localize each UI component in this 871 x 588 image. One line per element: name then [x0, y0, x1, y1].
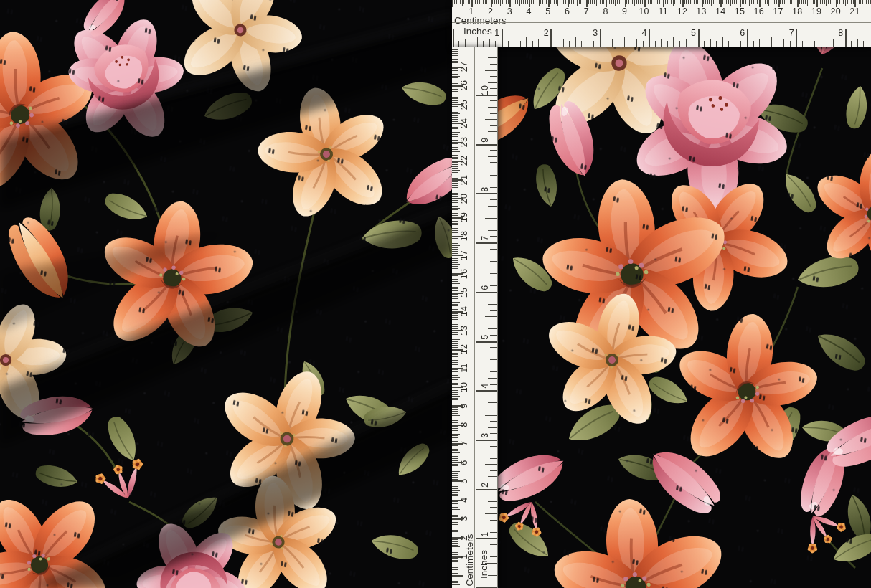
cm-tick — [801, 0, 802, 4]
cm-tick — [452, 545, 458, 546]
inch-number: 9 — [480, 137, 490, 142]
inch-tick — [485, 513, 497, 514]
cm-tick — [452, 157, 458, 158]
cm-tick — [519, 0, 520, 6]
cm-tick — [452, 266, 458, 267]
cm-tick — [860, 0, 861, 4]
cm-tick — [452, 253, 458, 254]
cm-tick — [452, 458, 458, 459]
cm-tick — [452, 270, 458, 270]
cm-tick — [711, 0, 712, 6]
cm-tick — [479, 0, 480, 4]
cm-tick — [452, 49, 458, 50]
cm-tick — [803, 0, 804, 4]
inch-tick — [488, 427, 497, 428]
cm-tick — [452, 402, 458, 402]
cm-number: 3 — [459, 516, 469, 521]
inch-tick — [490, 199, 497, 200]
cm-tick — [809, 0, 809, 4]
cm-tick — [452, 511, 458, 511]
cm-tick — [788, 0, 788, 6]
cm-tick — [671, 0, 672, 4]
cm-tick — [452, 536, 458, 536]
inch-number: 3 — [480, 432, 490, 437]
cm-tick — [545, 0, 545, 4]
inch-tick — [490, 433, 497, 434]
cm-tick — [751, 0, 752, 4]
inch-tick — [490, 298, 497, 298]
cm-tick — [452, 374, 458, 374]
cm-tick — [500, 0, 501, 6]
cm-tick — [458, 0, 458, 4]
cm-tick — [452, 338, 458, 338]
inch-tick — [490, 113, 497, 114]
cm-tick — [452, 409, 458, 410]
inch-tick — [643, 41, 644, 47]
inch-tick — [490, 52, 497, 52]
cm-tick — [452, 347, 458, 348]
inch-tick — [453, 29, 454, 47]
cm-tick — [611, 0, 612, 4]
inch-tick — [476, 538, 497, 539]
inch-number: 3 — [593, 28, 598, 38]
cm-tick — [452, 332, 458, 333]
inch-tick — [851, 41, 852, 47]
inch-tick — [490, 397, 497, 397]
cm-tick — [790, 0, 791, 4]
cm-tick — [452, 526, 458, 526]
cm-tick — [452, 435, 458, 436]
inch-tick — [863, 41, 864, 47]
cm-tick — [452, 240, 458, 240]
cm-tick — [452, 200, 458, 201]
cm-tick — [452, 541, 458, 542]
inch-tick — [588, 39, 588, 47]
inch-tick — [490, 335, 497, 336]
cm-tick — [755, 0, 755, 4]
inch-tick — [488, 354, 497, 354]
cm-tick — [452, 51, 458, 52]
cm-tick — [726, 0, 727, 4]
cm-tick — [579, 0, 580, 4]
inch-tick — [495, 41, 496, 47]
cm-tick — [452, 384, 458, 385]
cm-tick — [452, 121, 458, 122]
inch-tick — [728, 41, 729, 47]
cm-tick — [562, 0, 562, 4]
cm-number: 10 — [639, 6, 649, 16]
cm-tick — [452, 213, 458, 214]
cm-tick — [452, 428, 458, 429]
cm-tick — [452, 587, 458, 587]
cm-tick — [842, 0, 842, 4]
cm-tick — [452, 383, 458, 384]
inch-tick — [538, 39, 539, 47]
cm-tick — [657, 0, 658, 4]
cm-number: 7 — [459, 441, 469, 446]
cm-tick — [452, 170, 460, 171]
cm-number: 1 — [459, 554, 469, 559]
cm-tick — [452, 215, 458, 216]
inch-tick — [722, 37, 723, 47]
cm-tick — [452, 494, 458, 495]
cm-number: 13 — [696, 6, 707, 16]
horizontal-ruler: Centimeters Inches 123456789101112131415… — [452, 0, 871, 47]
cm-tick — [686, 0, 687, 4]
cm-tick — [742, 0, 743, 4]
cm-tick — [452, 132, 460, 133]
inch-tick — [488, 255, 497, 255]
cm-tick — [628, 0, 629, 4]
inch-tick — [485, 169, 497, 169]
cm-tick — [452, 509, 460, 510]
inch-tick — [485, 316, 497, 317]
cm-number: 16 — [459, 269, 469, 280]
cm-tick — [514, 0, 514, 4]
inch-tick — [545, 41, 545, 47]
cm-number: 9 — [622, 6, 627, 16]
inch-tick — [821, 37, 821, 47]
cm-tick — [717, 0, 717, 4]
cm-tick — [452, 87, 458, 87]
cm-number: 16 — [754, 6, 765, 16]
inch-tick — [476, 440, 497, 441]
cm-tick — [452, 371, 458, 372]
inch-tick — [857, 39, 858, 47]
cm-tick — [452, 74, 458, 75]
